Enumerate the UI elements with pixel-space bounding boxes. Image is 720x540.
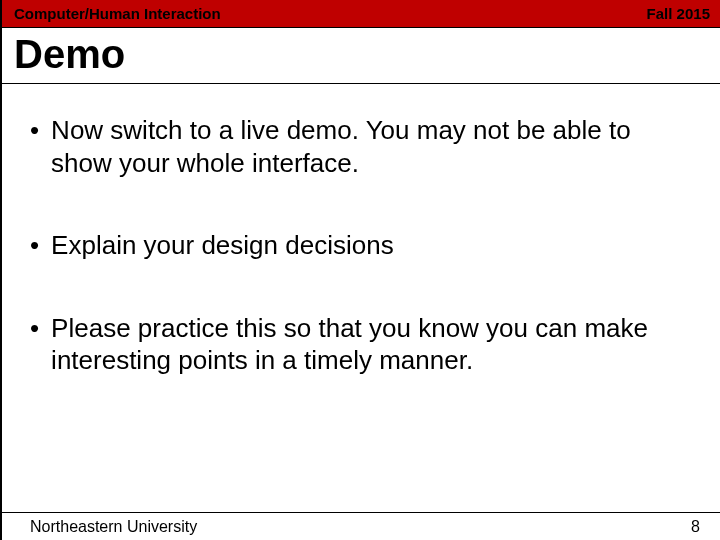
slide-content: • Now switch to a live demo. You may not… bbox=[0, 84, 720, 377]
slide-title: Demo bbox=[14, 32, 706, 77]
bullet-dot-icon: • bbox=[30, 229, 39, 262]
bullet-item: • Now switch to a live demo. You may not… bbox=[30, 114, 690, 179]
footer-page-number: 8 bbox=[691, 518, 700, 536]
bullet-item: • Please practice this so that you know … bbox=[30, 312, 690, 377]
bullet-dot-icon: • bbox=[30, 114, 39, 147]
bullet-text: Explain your design decisions bbox=[51, 229, 690, 262]
course-name: Computer/Human Interaction bbox=[14, 5, 221, 22]
slide-left-border bbox=[0, 0, 2, 540]
bullet-text: Please practice this so that you know yo… bbox=[51, 312, 690, 377]
slide-header: Computer/Human Interaction Fall 2015 bbox=[0, 0, 720, 28]
footer-org: Northeastern University bbox=[30, 518, 197, 536]
bullet-text: Now switch to a live demo. You may not b… bbox=[51, 114, 690, 179]
bullet-item: • Explain your design decisions bbox=[30, 229, 690, 262]
term-label: Fall 2015 bbox=[647, 5, 710, 22]
slide-footer: Northeastern University 8 bbox=[0, 512, 720, 540]
bullet-dot-icon: • bbox=[30, 312, 39, 345]
slide-title-area: Demo bbox=[0, 28, 720, 84]
